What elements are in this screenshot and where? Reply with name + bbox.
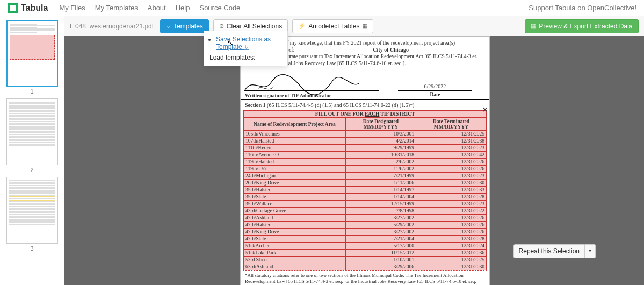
table-selection[interactable]: ✕ FILL OUT ONE FOR EACH TIF DISTRICT Nam… xyxy=(243,110,487,271)
tif-district-table: Name of Redevelopment Project Area Date … xyxy=(243,118,487,270)
thumb-page-2[interactable] xyxy=(6,98,58,165)
nav-my-files[interactable]: My Files xyxy=(59,4,85,12)
save-selections-as-template-link[interactable]: Save Selections as Template ⇩ xyxy=(216,35,271,51)
table-row: 107th/Halsted4/2/201412/31/2038 xyxy=(244,138,487,145)
thumb-2-label: 2 xyxy=(0,167,64,173)
table-row: 53rd Street1/10/200112/31/2025 xyxy=(244,256,487,263)
thumb-3-label: 3 xyxy=(0,245,64,252)
brand-name: Tabula xyxy=(21,3,48,13)
table-row: 35th/Halsted1/14/199712/31/2033 xyxy=(244,187,487,194)
sig-date-label: Date xyxy=(385,92,485,97)
repeat-selection-button[interactable]: Repeat this Selection xyxy=(513,244,585,258)
nav-source-code[interactable]: Source Code xyxy=(199,4,240,12)
thumb-page-1[interactable] xyxy=(6,20,58,87)
nav-about[interactable]: About xyxy=(148,4,166,12)
preview-export-button[interactable]: ▦ Preview & Export Extracted Data xyxy=(525,19,639,33)
thumb-1-label: 1 xyxy=(0,88,64,95)
table-row: 63rd/Ashland3/29/200612/31/2030 xyxy=(244,263,487,270)
attest-city: City of Chicago xyxy=(373,47,409,53)
templates-label: Templates xyxy=(173,23,203,30)
table-row: 24th/Michigan7/21/199912/31/2023 xyxy=(244,173,487,180)
pdf-canvas[interactable]: I attest to the best of my knowledge, th… xyxy=(64,36,644,285)
table-row: 47th/Ashland3/27/200212/31/2026 xyxy=(244,215,487,222)
footnote: *All statutory citations refer to one of… xyxy=(241,271,489,285)
table-row: 111th/Kedzie9/29/199912/31/2023 xyxy=(244,145,487,152)
nav-help[interactable]: Help xyxy=(176,4,190,12)
section-1: Section 1 (65 ILCS 5/11-74.4-5 (d) (1.5)… xyxy=(241,100,489,285)
autodetect-label: Autodetect Tables xyxy=(308,23,359,30)
fillout-header: FILL OUT ONE FOR EACH TIF DISTRICT xyxy=(243,110,487,118)
table-row: 47th/King Drive3/27/200212/31/2026 xyxy=(244,229,487,236)
attest-line2c: of: xyxy=(288,47,294,54)
table-row: 47th/State7/21/200412/31/2028 xyxy=(244,236,487,243)
table-row: 26th/King Drive1/11/200612/31/2030 xyxy=(244,180,487,187)
table-icon: ▦ xyxy=(362,23,367,30)
sec1-rest: (65 ILCS 5/11-74.4-5 (d) (1.5) and 65 IL… xyxy=(267,102,414,108)
sig-date-value: 6/29/2022 xyxy=(398,83,472,91)
table-row: 35th/Wallace12/15/199912/31/2023 xyxy=(244,201,487,208)
signature-row: Written signature of TIF Administrator 6… xyxy=(241,70,489,100)
table-row: 43rd/Cottage Grove7/8/199812/31/2022 xyxy=(244,208,487,215)
clear-icon: ⊘ xyxy=(219,23,224,30)
repeat-selection-caret[interactable]: ▾ xyxy=(585,244,596,258)
download-icon: ⇩ xyxy=(166,23,171,30)
table-row: 119th/Halsted2/6/200212/31/2026 xyxy=(244,159,487,166)
page-thumbnail-sidebar: ✕ 1 ✕ 2 xyxy=(0,16,64,285)
table-row: 47th/Halsted5/29/200212/31/2026 xyxy=(244,222,487,229)
col-terminated: Date TerminatedMM/DD/YYYY xyxy=(416,118,486,131)
templates-button[interactable]: ⇩ Templates xyxy=(160,19,209,33)
table-row: 51st/Lake Park11/15/201212/31/2036 xyxy=(244,250,487,256)
top-navbar: Tabula My Files My Templates About Help … xyxy=(0,0,644,16)
col-name: Name of Redevelopment Project Area xyxy=(244,118,346,131)
grid-icon: ▦ xyxy=(531,23,536,30)
download-small-icon: ⇩ xyxy=(244,44,249,50)
preview-label: Preview & Export Extracted Data xyxy=(539,23,633,30)
brand[interactable]: Tabula xyxy=(8,3,48,13)
toolbar: t_048_westernogdenar21.pdf ⇩ Templates ⊘… xyxy=(64,16,644,36)
table-row: 105th/Vincennes10/3/200112/31/2025 xyxy=(244,131,487,138)
bolt-icon: ⚡ xyxy=(298,23,306,30)
pdf-page-1: I attest to the best of my knowledge, th… xyxy=(240,36,490,285)
table-row: 51st/Archer5/17/200012/31/2024 xyxy=(244,243,487,250)
col-designated: Date DesignatedMM/DD/YYYY xyxy=(345,118,416,131)
nav-my-templates[interactable]: My Templates xyxy=(95,4,138,12)
templates-dropdown: Save Selections as Template ⇩ Load templ… xyxy=(204,31,288,66)
file-name: t_048_westernogdenar21.pdf xyxy=(70,23,154,30)
tabula-logo-icon xyxy=(8,3,18,13)
autodetect-button[interactable]: ⚡ Autodetect Tables ▦ xyxy=(292,19,373,33)
mouse-cursor-icon: ↖ xyxy=(227,38,234,47)
clear-label: Clear All Selections xyxy=(227,23,282,30)
repeat-selection-group: Repeat this Selection ▾ xyxy=(513,244,596,258)
load-templates-label: Load templates: xyxy=(209,54,282,61)
support-link[interactable]: Support Tabula on OpenCollective! xyxy=(529,4,636,12)
thumb-page-3[interactable] xyxy=(6,177,58,244)
table-row: 119th/I-5711/6/200212/31/2026 xyxy=(244,166,487,173)
selection-close-icon[interactable]: ✕ xyxy=(482,106,488,113)
sig-label: Written signature of TIF Administrator xyxy=(245,93,331,98)
sec1-bold: Section 1 xyxy=(245,102,267,108)
table-row: 116th/Avenue O10/31/201812/31/2042 xyxy=(244,152,487,159)
work-area: t_048_westernogdenar21.pdf ⇩ Templates ⊘… xyxy=(64,16,644,285)
table-row: 35th/State1/14/200412/31/2028 xyxy=(244,194,487,201)
